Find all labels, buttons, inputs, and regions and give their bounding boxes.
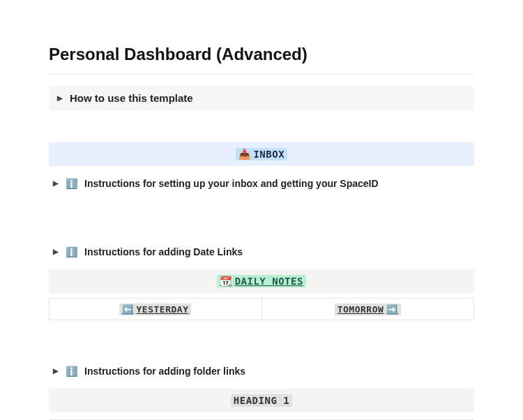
info-icon: ℹ️ [66,179,77,188]
cell-tomorrow[interactable]: TOMORROW ➡️ [262,299,474,320]
spacer [49,195,474,227]
page-title: Personal Dashboard (Advanced) [49,45,474,64]
section-heading-1: HEADING 1 [49,389,474,412]
title-divider [49,74,474,75]
cell-yesterday[interactable]: ⬅️ YESTERDAY [50,299,262,320]
spacer [49,352,474,359]
toggle-inbox-instructions[interactable]: ▶ ℹ️ Instructions for setting up your in… [49,172,474,195]
date-nav-row: ⬅️ YESTERDAY TOMORROW ➡️ [49,298,474,320]
triangle-right-icon: ▶ [53,368,59,375]
section-daily-notes-text: DAILY NOTES [235,276,303,287]
page-root: Personal Dashboard (Advanced) ▶ How to u… [0,0,523,420]
yesterday-text: YESTERDAY [137,304,189,315]
spacer [49,110,474,142]
tomorrow-text: TOMORROW [338,304,384,315]
spacer [49,227,474,240]
arrow-right-icon: ➡️ [386,304,398,315]
yesterday-link[interactable]: ⬅️ YESTERDAY [119,303,191,315]
info-icon: ℹ️ [66,366,77,376]
inbox-icon: 📥 [238,149,251,160]
triangle-right-icon: ▶ [53,180,59,187]
calendar-icon: 📆 [220,276,232,287]
arrow-left-icon: ⬅️ [122,304,134,315]
info-icon: ℹ️ [66,247,77,257]
toggle-label: Instructions for adding Date Links [84,246,243,257]
section-inbox-label[interactable]: 📥 INBOX [236,148,287,160]
toggle-date-links-instructions[interactable]: ▶ ℹ️ Instructions for adding Date Links [49,240,474,264]
section-heading-1-label[interactable]: HEADING 1 [231,394,292,407]
toggle-label: Instructions for setting up your inbox a… [84,178,379,189]
toggle-how-to-use[interactable]: ▶ How to use this template [49,86,474,110]
tomorrow-link[interactable]: TOMORROW ➡️ [335,303,401,315]
triangle-right-icon: ▶ [53,248,59,255]
section-heading-1-text: HEADING 1 [234,395,289,406]
spacer [49,320,474,352]
section-inbox-text: INBOX [253,149,285,160]
toggle-label: Instructions for adding folder links [84,366,245,377]
toggle-folder-links-instructions[interactable]: ▶ ℹ️ Instructions for adding folder link… [49,359,474,383]
section-daily-notes-label[interactable]: 📆 DAILY NOTES [217,275,306,287]
section-daily-notes: 📆 DAILY NOTES [49,269,474,293]
section-inbox: 📥 INBOX [49,142,474,166]
toggle-label: How to use this template [70,92,193,104]
triangle-right-icon: ▶ [57,95,63,102]
